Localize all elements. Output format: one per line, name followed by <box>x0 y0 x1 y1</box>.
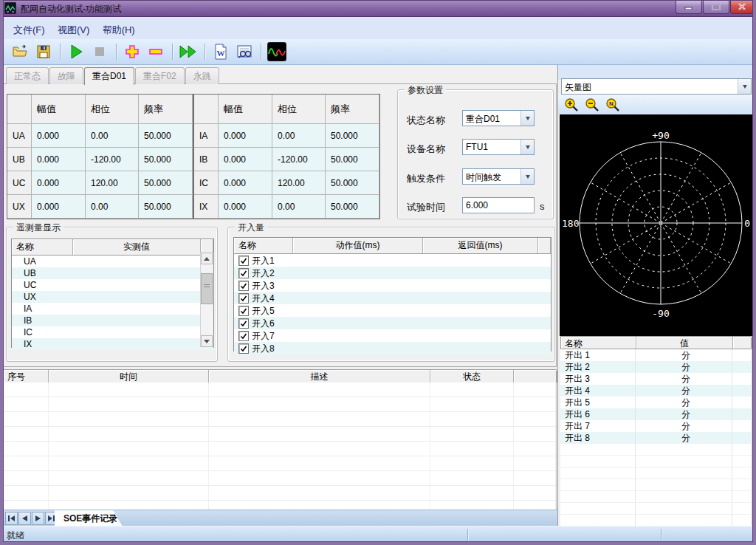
chevron-down-icon[interactable] <box>520 169 534 184</box>
phase-cell[interactable]: 0.00 <box>272 195 326 219</box>
checkbox-checked[interactable] <box>238 306 249 316</box>
vertical-scrollbar[interactable] <box>200 253 213 347</box>
column-header[interactable]: 动作值(ms) <box>293 238 423 253</box>
test-time-input[interactable] <box>462 197 535 213</box>
output-row[interactable]: 开出 2分 <box>560 361 752 373</box>
remove-state-button[interactable] <box>146 42 165 61</box>
maximize-button[interactable] <box>703 0 729 14</box>
first-page-icon[interactable] <box>5 512 18 525</box>
column-header[interactable]: 名称 <box>561 337 636 349</box>
output-row[interactable]: 开出 6分 <box>560 408 752 420</box>
event-table-body[interactable] <box>3 383 557 510</box>
freq-cell[interactable]: 50.000 <box>139 124 193 148</box>
trigger-condition-combo[interactable]: 时间触发 <box>462 168 535 185</box>
freq-cell[interactable]: 50.000 <box>326 148 379 171</box>
phase-cell[interactable]: -120.00 <box>86 148 139 171</box>
phase-cell[interactable]: -120.00 <box>272 148 326 171</box>
phase-cell[interactable]: 120.00 <box>272 171 326 195</box>
tab-normal-state[interactable]: 正常态 <box>6 67 49 84</box>
column-header[interactable]: 实测值 <box>73 239 201 255</box>
column-header[interactable]: 描述 <box>209 370 430 383</box>
freq-cell[interactable]: 50.000 <box>326 171 379 195</box>
device-name-combo[interactable]: FTU1 <box>462 139 535 155</box>
amp-cell[interactable]: 0.000 <box>219 195 272 219</box>
chevron-down-icon[interactable] <box>520 111 534 126</box>
output-row[interactable]: 开出 4分 <box>560 385 752 397</box>
digital-input-row[interactable]: 开入6 <box>234 317 551 329</box>
checkbox-checked[interactable] <box>238 256 249 266</box>
column-header[interactable]: 名称 <box>12 239 73 255</box>
column-header[interactable]: 序号 <box>4 370 49 383</box>
freq-cell[interactable]: 50.000 <box>139 171 193 195</box>
amp-cell[interactable]: 0.000 <box>219 171 272 195</box>
amp-cell[interactable]: 0.000 <box>219 124 272 148</box>
telemetry-row[interactable]: UB <box>12 267 213 279</box>
digital-input-row[interactable]: 开入8 <box>234 342 551 354</box>
start-test-button[interactable] <box>66 42 86 61</box>
print-preview-button[interactable] <box>235 42 254 61</box>
amp-cell[interactable]: 0.000 <box>32 195 86 219</box>
digital-input-row[interactable]: 开入7 <box>234 329 551 342</box>
phase-cell[interactable]: 120.00 <box>86 171 139 195</box>
word-report-button[interactable]: W <box>211 42 230 61</box>
output-row[interactable]: 开出 8分 <box>560 432 752 444</box>
menu-view[interactable]: 视图(V) <box>52 22 94 38</box>
freq-cell[interactable]: 50.000 <box>326 195 379 219</box>
telemetry-row[interactable]: UX <box>12 291 213 303</box>
view-type-combo[interactable]: 矢量图 <box>561 78 752 95</box>
close-button[interactable] <box>730 0 753 14</box>
prev-page-icon[interactable] <box>18 512 31 525</box>
amp-cell[interactable]: 0.000 <box>219 148 272 171</box>
digital-input-row[interactable]: 开入3 <box>234 279 551 292</box>
checkbox-checked[interactable] <box>238 331 249 341</box>
amp-cell[interactable]: 0.000 <box>32 148 86 171</box>
telemetry-row[interactable]: IB <box>12 315 213 326</box>
output-row[interactable]: 开出 1分 <box>560 349 752 361</box>
output-row[interactable]: 开出 7分 <box>560 420 752 432</box>
output-row[interactable]: 开出 5分 <box>560 397 752 408</box>
menu-help[interactable]: 帮助(H) <box>97 22 140 38</box>
waveform-view-button[interactable] <box>267 42 286 61</box>
freq-cell[interactable]: 50.000 <box>326 124 379 148</box>
tab-permanent-trip[interactable]: 永跳 <box>185 67 219 84</box>
output-row[interactable]: 开出 3分 <box>560 373 752 385</box>
minimize-button[interactable] <box>676 0 702 14</box>
phase-cell[interactable]: 0.00 <box>86 195 139 219</box>
checkbox-checked[interactable] <box>238 343 249 354</box>
telemetry-row[interactable]: IA <box>12 303 213 315</box>
open-button[interactable] <box>10 42 30 61</box>
freq-cell[interactable]: 50.000 <box>139 195 193 219</box>
freq-cell[interactable]: 50.000 <box>139 148 193 171</box>
telemetry-row[interactable]: UC <box>12 279 213 291</box>
tab-reclose-f02[interactable]: 重合F02 <box>135 67 185 84</box>
checkbox-checked[interactable] <box>238 318 249 329</box>
phase-cell[interactable]: 0.00 <box>86 124 139 148</box>
amp-cell[interactable]: 0.000 <box>32 171 86 195</box>
scroll-down-icon[interactable] <box>201 335 213 347</box>
digital-input-row[interactable]: 开入2 <box>234 267 551 279</box>
digital-input-row[interactable]: 开入4 <box>234 292 551 304</box>
scroll-up-icon[interactable] <box>201 253 213 264</box>
amp-cell[interactable]: 0.000 <box>32 124 86 148</box>
add-state-button[interactable] <box>123 42 142 61</box>
zoom-out-icon[interactable] <box>585 97 599 112</box>
column-header[interactable]: 名称 <box>234 238 293 253</box>
checkbox-checked[interactable] <box>238 281 249 291</box>
state-name-combo[interactable]: 重合D01 <box>462 110 535 126</box>
checkbox-checked[interactable] <box>238 268 249 278</box>
column-header[interactable]: 返回值(ms) <box>423 238 538 253</box>
column-header[interactable]: 值 <box>636 337 733 349</box>
zoom-reset-icon[interactable]: N <box>605 97 620 112</box>
digital-input-row[interactable]: 开入1 <box>234 254 551 267</box>
phase-cell[interactable]: 0.00 <box>272 124 326 148</box>
telemetry-row[interactable]: IX <box>12 338 213 350</box>
telemetry-row[interactable]: IC <box>12 326 213 338</box>
next-page-icon[interactable] <box>32 512 44 525</box>
chevron-down-icon[interactable] <box>520 140 534 154</box>
checkbox-checked[interactable] <box>238 293 249 304</box>
stop-test-button[interactable] <box>90 42 109 61</box>
run-all-button[interactable] <box>179 42 198 61</box>
tab-soe-event-log[interactable]: SOE事件记录 <box>55 510 123 527</box>
tab-reclose-d01[interactable]: 重合D01 <box>84 67 134 85</box>
digital-input-row[interactable]: 开入5 <box>234 304 551 317</box>
